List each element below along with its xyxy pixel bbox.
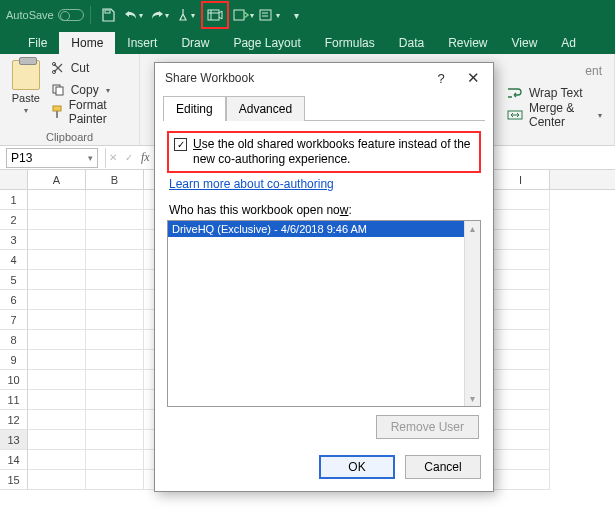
svg-rect-1 xyxy=(208,10,219,20)
clipboard-group: Paste ▾ Cut Copy ▾ xyxy=(0,54,140,145)
remove-user-button[interactable]: Remove User xyxy=(376,415,479,439)
row-header[interactable]: 2 xyxy=(0,210,28,230)
name-box[interactable]: P13 ▾ xyxy=(6,148,98,168)
undo-button[interactable]: ▾ xyxy=(123,4,145,26)
clipboard-group-label: Clipboard xyxy=(8,129,131,143)
list-item[interactable]: DriveHQ (Exclusive) - 4/6/2018 9:46 AM xyxy=(168,221,480,237)
cut-label: Cut xyxy=(71,61,90,75)
tab-formulas[interactable]: Formulas xyxy=(313,32,387,54)
scroll-up-icon[interactable]: ▴ xyxy=(465,221,480,236)
share-workbook-icon[interactable] xyxy=(204,4,226,26)
users-listbox[interactable]: DriveHQ (Exclusive) - 4/6/2018 9:46 AM ▴… xyxy=(167,220,481,407)
chevron-down-icon: ▾ xyxy=(88,153,93,163)
listbox-scrollbar[interactable]: ▴ ▾ xyxy=(464,221,480,406)
paste-icon xyxy=(12,60,40,90)
col-header[interactable]: I xyxy=(492,170,550,189)
autosave-toggle[interactable]: AutoSave xyxy=(6,9,84,21)
use-old-shared-checkbox-row: Use the old shared workbooks feature ins… xyxy=(167,131,481,173)
row-header[interactable]: 7 xyxy=(0,310,28,330)
merge-center-button[interactable]: Merge & Center ▾ xyxy=(503,104,606,126)
share-workbook-dialog: Share Workbook ? ✕ Editing Advanced Use … xyxy=(154,62,494,492)
name-box-value: P13 xyxy=(11,151,32,165)
scissors-icon xyxy=(50,61,66,75)
wrap-text-icon xyxy=(507,86,523,100)
dialog-footer: OK Cancel xyxy=(155,445,493,491)
cancel-button[interactable]: Cancel xyxy=(405,455,481,479)
scroll-down-icon[interactable]: ▾ xyxy=(465,391,480,406)
autosave-switch-icon xyxy=(58,9,84,21)
share-workbook-qat-highlight xyxy=(201,1,229,29)
autosave-label: AutoSave xyxy=(6,9,54,21)
tab-file[interactable]: File xyxy=(16,32,59,54)
ribbon-tabs: File Home Insert Draw Page Layout Formul… xyxy=(0,30,615,54)
svg-rect-9 xyxy=(56,111,58,118)
row-header[interactable]: 3 xyxy=(0,230,28,250)
row-headers: 1 2 3 4 5 6 7 8 9 10 11 12 13 14 15 xyxy=(0,190,28,490)
dialog-body: Use the old shared workbooks feature ins… xyxy=(163,120,485,445)
title-bar: AutoSave ▾ ▾ ▾ ▾ ▾ ▾ xyxy=(0,0,615,30)
formula-input-area[interactable]: ✕ ✓ fx xyxy=(109,150,150,165)
dialog-titlebar: Share Workbook ? ✕ xyxy=(155,63,493,93)
row-header[interactable]: 14 xyxy=(0,450,28,470)
redo-button[interactable]: ▾ xyxy=(149,4,171,26)
row-header[interactable]: 6 xyxy=(0,290,28,310)
track-changes-icon[interactable]: ▾ xyxy=(259,4,281,26)
touch-mouse-mode-icon[interactable]: ▾ xyxy=(175,4,197,26)
close-button[interactable]: ✕ xyxy=(459,67,487,89)
help-button[interactable]: ? xyxy=(427,67,455,89)
svg-rect-0 xyxy=(105,10,110,13)
merge-center-label: Merge & Center xyxy=(529,101,590,129)
row-header[interactable]: 1 xyxy=(0,190,28,210)
save-icon[interactable] xyxy=(97,4,119,26)
alignment-group-partial: ent Wrap Text Merge & Center ▾ xyxy=(495,54,615,145)
row-header[interactable]: 9 xyxy=(0,350,28,370)
customize-qat-icon[interactable]: ▾ xyxy=(285,4,307,26)
merge-center-icon xyxy=(507,108,523,122)
format-painter-label: Format Painter xyxy=(69,98,131,126)
copy-button[interactable]: Copy ▾ xyxy=(50,80,131,100)
tab-draw[interactable]: Draw xyxy=(169,32,221,54)
copy-label: Copy xyxy=(71,83,99,97)
row-header[interactable]: 8 xyxy=(0,330,28,350)
row-header[interactable]: 12 xyxy=(0,410,28,430)
tab-page-layout[interactable]: Page Layout xyxy=(221,32,312,54)
row-header[interactable]: 15 xyxy=(0,470,28,490)
svg-rect-2 xyxy=(234,10,244,20)
select-all-corner[interactable] xyxy=(0,170,28,190)
row-header[interactable]: 10 xyxy=(0,370,28,390)
tab-addins[interactable]: Ad xyxy=(549,32,588,54)
row-header[interactable]: 13 xyxy=(0,430,28,450)
tab-home[interactable]: Home xyxy=(59,32,115,54)
separator xyxy=(90,6,91,24)
col-header[interactable]: A xyxy=(28,170,86,189)
protect-share-icon[interactable]: ▾ xyxy=(233,4,255,26)
tab-insert[interactable]: Insert xyxy=(115,32,169,54)
wrap-text-label: Wrap Text xyxy=(529,86,583,100)
partial-label: ent xyxy=(585,64,602,78)
row-header[interactable]: 5 xyxy=(0,270,28,290)
format-painter-button[interactable]: Format Painter xyxy=(50,102,131,122)
copy-icon xyxy=(50,83,66,97)
tab-advanced[interactable]: Advanced xyxy=(226,96,305,121)
tab-editing[interactable]: Editing xyxy=(163,96,226,121)
use-old-shared-checkbox[interactable] xyxy=(174,138,187,151)
tab-review[interactable]: Review xyxy=(436,32,499,54)
paste-label: Paste xyxy=(12,92,40,104)
ok-button[interactable]: OK xyxy=(319,455,395,479)
row-header[interactable]: 4 xyxy=(0,250,28,270)
svg-rect-7 xyxy=(56,87,63,95)
learn-more-link[interactable]: Learn more about co-authoring xyxy=(169,177,481,191)
svg-rect-8 xyxy=(53,106,61,111)
who-has-open-label: Who has this workbook open now: xyxy=(169,203,481,217)
row-header[interactable]: 11 xyxy=(0,390,28,410)
paste-button[interactable]: Paste ▾ xyxy=(8,58,44,115)
tab-view[interactable]: View xyxy=(500,32,550,54)
format-painter-icon xyxy=(50,105,64,119)
tab-data[interactable]: Data xyxy=(387,32,436,54)
dialog-title: Share Workbook xyxy=(165,71,254,85)
dialog-tabs: Editing Advanced xyxy=(155,95,493,120)
svg-rect-3 xyxy=(260,10,271,20)
use-old-shared-label: Use the old shared workbooks feature ins… xyxy=(193,137,474,167)
col-header[interactable]: B xyxy=(86,170,144,189)
cut-button[interactable]: Cut xyxy=(50,58,131,78)
